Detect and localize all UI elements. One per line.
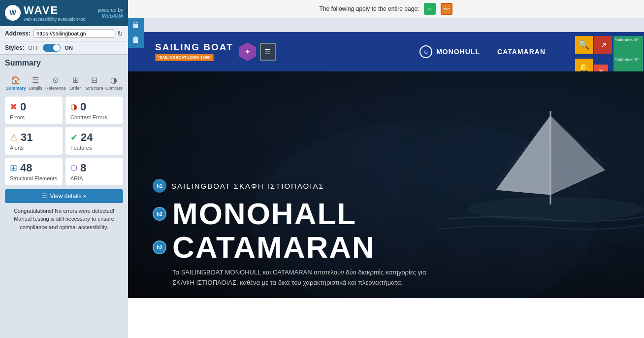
alerts-count: 31: [21, 131, 32, 144]
el-badge-2: *el*: [444, 7, 450, 11]
tab-details[interactable]: ☰ Details: [27, 73, 44, 93]
el-badge-1: el: [428, 7, 432, 11]
aria-count: 8: [80, 162, 86, 174]
list-icon: ☰: [32, 75, 39, 85]
h1-text: SAILINGBOAT ΣΚΑΦΗ ΙΣΤΙΟΠΛΟΙΑΣ: [171, 182, 324, 190]
home-icon: 🏠: [11, 75, 21, 85]
summary-section: Summary: [0, 55, 128, 73]
toolbar-row-1: 🗑: [128, 18, 644, 32]
styles-off-label: OFF: [28, 45, 39, 51]
tab-reference[interactable]: ⊙ Reference: [44, 73, 66, 93]
h2-monohull-badge: h2: [153, 207, 166, 221]
monohull-nav-item[interactable]: ⊙ MONOHULL: [419, 45, 480, 58]
reference-icon: ⊙: [52, 75, 59, 85]
hero-h2-catamaran: h2 CATAMARAN: [153, 232, 619, 263]
h2-monohull-text: MONOHALL: [172, 199, 356, 229]
errors-label: Errors: [10, 114, 58, 120]
tab-order-label: Order: [70, 86, 81, 91]
site-nav-links: ⊙ MONOHULL CATAMARAN: [419, 45, 546, 58]
site-navbar: 🗑 SAILING BOAT *SAILINGBOAT-LOGO-1000* ✦…: [128, 32, 644, 71]
monohull-nav-icon: ⊙: [419, 45, 432, 58]
page-icon-el1: el: [424, 3, 436, 15]
structural-icon: ⊞: [10, 163, 17, 173]
styles-label: Styles:: [5, 44, 24, 51]
features-count: 24: [81, 131, 93, 144]
tab-order[interactable]: ⊞ Order: [66, 73, 84, 93]
hero-h1: h1 SAILINGBOAT ΣΚΑΦΗ ΙΣΤΙΟΠΛΟΙΑΣ: [153, 179, 619, 193]
tab-details-label: Details: [29, 86, 43, 91]
errors-card: ✖ 0 Errors: [5, 97, 63, 124]
nav-tabs: 🏠 Summary ☰ Details ⊙ Reference ⊞ Order …: [0, 73, 128, 93]
wave-panel: W WAVE web accessibility evaluation tool…: [0, 0, 128, 338]
styles-toggle[interactable]: [43, 44, 61, 52]
alerts-icon: ⚠: [10, 132, 18, 143]
catamaran-nav-item[interactable]: CATAMARAN: [497, 47, 546, 56]
wave-logo: W WAVE web accessibility evaluation tool: [5, 4, 87, 22]
alerts-label: Alerts: [10, 145, 58, 151]
aria-card: ⬡ 8 ARIA: [65, 158, 123, 185]
features-icon: ✔: [70, 132, 78, 143]
banner-text: The following apply to the entire page:: [320, 5, 419, 12]
address-input[interactable]: [33, 29, 114, 38]
structure-icon: ⊟: [91, 75, 97, 85]
site-hero: h1 SAILINGBOAT ΣΚΑΦΗ ΙΣΤΙΟΠΛΟΙΑΣ h2 MONO…: [128, 71, 644, 298]
webaim-link[interactable]: WebAIM: [97, 13, 123, 19]
aria-icon: ⬡: [70, 163, 77, 172]
contrast-errors-label: Contrast Errors: [70, 114, 118, 120]
powered-by-text: powered by: [97, 7, 123, 13]
errors-count: 0: [20, 101, 26, 113]
styles-on-label: ON: [64, 45, 73, 51]
monohull-nav-label: MONOHULL: [436, 48, 480, 56]
refresh-button[interactable]: ↻: [117, 30, 123, 37]
address-label: Address:: [5, 30, 31, 37]
stats-grid: ✖ 0 Errors ◑ 0 Contrast Errors ⚠ 31 Aler…: [0, 97, 128, 185]
site-logo-text: SAILING BOAT: [155, 42, 233, 52]
h1-badge: h1: [153, 179, 166, 193]
contrast-errors-card: ◑ 0 Contrast Errors: [65, 97, 123, 124]
wave-title: WAVE: [24, 4, 87, 17]
features-label: Features: [70, 145, 118, 151]
website-preview: The following apply to the entire page: …: [128, 0, 644, 338]
nav-right-annotations: 🔍 🔔 ↗ ✕ 📷 *tabindex=0*: [575, 32, 644, 71]
tabindex-annotation-block: *tabindex=0* *tabindex=0*: [613, 36, 643, 73]
wave-subtitle: web accessibility evaluation tool: [24, 17, 87, 22]
wave-header: W WAVE web accessibility evaluation tool…: [0, 0, 128, 26]
view-details-button[interactable]: ☰ View details »: [5, 189, 123, 203]
tab-structure-label: Structure: [85, 86, 103, 91]
powered-by: powered by WebAIM: [97, 7, 123, 19]
congrats-message: Congratulations! No errors were detected…: [5, 207, 123, 232]
wave-logo-icon: W: [5, 5, 21, 21]
aria-label: ARIA: [70, 175, 118, 181]
search-alert-column: 🔍 🔔: [575, 36, 593, 76]
contrast-errors-icon: ◑: [70, 102, 77, 111]
alerts-card: ⚠ 31 Alerts: [5, 127, 63, 155]
hero-content: h1 SAILINGBOAT ΣΚΑΦΗ ΙΣΤΙΟΠΛΟΙΑΣ h2 MONO…: [153, 179, 619, 288]
page-icon-el2: *el*: [441, 3, 452, 15]
tabindex-label-2: *tabindex=0*: [615, 57, 642, 62]
tab-summary[interactable]: 🏠 Summary: [5, 73, 27, 93]
view-details-label: View details »: [50, 193, 87, 200]
site-logo-area: SAILING BOAT *SAILINGBOAT-LOGO-1000*: [155, 42, 233, 61]
structural-label: Structural Elements: [10, 175, 58, 181]
contrast-errors-count: 0: [80, 101, 86, 113]
list-nav-icon: ☰: [260, 43, 276, 61]
tab-summary-label: Summary: [6, 86, 26, 91]
toggle-thumb: [53, 44, 60, 51]
order-icon: ⊞: [72, 75, 79, 85]
tab-contrast-label: Contrast: [105, 86, 122, 91]
tab-structure[interactable]: ⊟ Structure: [84, 73, 104, 93]
page-banner: The following apply to the entire page: …: [128, 0, 644, 18]
structural-card: ⊞ 48 Structural Elements: [5, 158, 63, 185]
tab-contrast[interactable]: ◑ Contrast: [104, 73, 123, 93]
logo-annotation-badge: *SAILINGBOAT-LOGO-1000*: [155, 54, 214, 61]
h2-catamaran-badge: h2: [153, 240, 166, 254]
summary-title: Summary: [5, 59, 123, 68]
errors-icon: ✖: [10, 101, 17, 112]
features-card: ✔ 24 Features: [65, 127, 123, 155]
hero-h2-monohull: h2 MONOHALL: [153, 199, 619, 229]
shield-icon: ✦: [239, 42, 256, 61]
tabindex-label-1: *tabindex=0*: [615, 37, 642, 42]
logo-badge-label: *SAILINGBOAT-LOGO-1000*: [158, 55, 211, 60]
styles-bar: Styles: OFF ON: [0, 41, 128, 55]
trash-icon-1: 🗑: [128, 18, 144, 32]
